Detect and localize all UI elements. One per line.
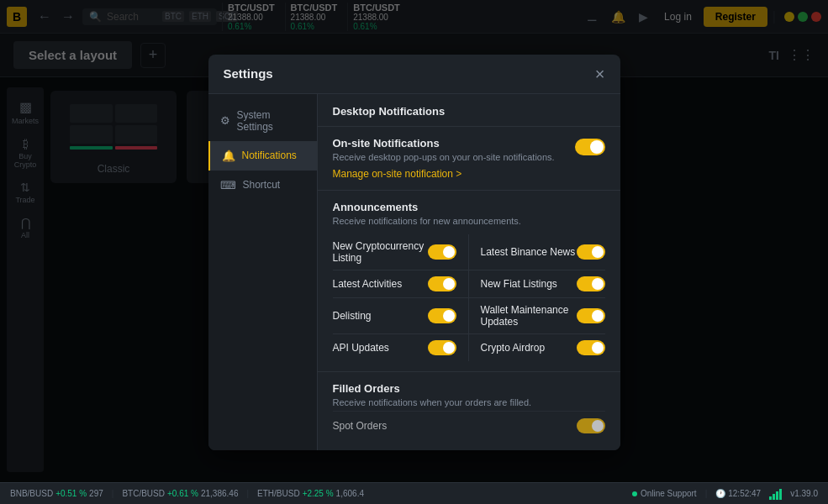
- ann-item-new-fiat: New Fiat Listings: [469, 270, 605, 298]
- ann-toggle-api-updates[interactable]: [428, 340, 456, 355]
- filled-orders-section: Filled Orders Receive notifications when…: [318, 372, 620, 450]
- ann-label-latest-activities: Latest Activities: [333, 278, 403, 290]
- eth-busd-change: +2.25 %: [303, 489, 334, 498]
- announcements-section: Announcements Receive notifications for …: [318, 191, 620, 372]
- clock-time: 12:52:47: [728, 489, 761, 498]
- modal-sidebar-item-notifications[interactable]: 🔔 Notifications: [208, 141, 317, 171]
- modal-header: Settings ×: [208, 55, 620, 94]
- online-label: Online Support: [641, 489, 697, 498]
- ann-toggle-binance-news[interactable]: [577, 244, 605, 260]
- status-eth-busd: ETH/BUSD +2.25 % 1,606.4: [257, 489, 364, 498]
- shortcut-icon: ⌨: [220, 179, 236, 192]
- status-bnb-busd: BNB/BUSD +0.51 % 297: [10, 489, 103, 498]
- modal-sidebar-item-system[interactable]: ⚙ System Settings: [208, 101, 317, 141]
- on-site-toggle[interactable]: [575, 139, 605, 155]
- announcements-title: Announcements: [333, 201, 605, 213]
- eth-busd-pair: ETH/BUSD: [257, 489, 300, 498]
- ann-item-new-crypto: New Cryptocurrency Listing: [333, 234, 469, 270]
- modal-title: Settings: [224, 66, 273, 81]
- settings-modal: Settings × ⚙ System Settings 🔔 Notificat…: [208, 55, 620, 450]
- bnb-busd-change: +0.51 %: [55, 489, 87, 498]
- ann-toggle-delisting[interactable]: [428, 308, 456, 323]
- notifications-label: Notifications: [242, 150, 297, 161]
- ann-label-delisting: Delisting: [333, 310, 372, 322]
- on-site-title: On-site Notifications: [333, 137, 555, 150]
- btc-busd-change: +0.61 %: [167, 489, 198, 498]
- ann-item-crypto-airdrop: Crypto Airdrop: [469, 334, 605, 361]
- announcements-grid: New Cryptocurrency Listing Latest Binanc…: [333, 234, 605, 361]
- ann-toggle-new-fiat[interactable]: [577, 276, 605, 291]
- status-btc-busd: BTC/BUSD +0.61 % 21,386.46: [122, 489, 238, 498]
- ann-label-crypto-airdrop: Crypto Airdrop: [481, 342, 546, 354]
- modal-sidebar: ⚙ System Settings 🔔 Notifications ⌨ Shor…: [208, 94, 318, 450]
- version: v1.39.0: [790, 489, 818, 498]
- ann-label-new-crypto: New Cryptocurrency Listing: [333, 240, 428, 264]
- ann-item-wallet-maintenance: Wallet Maintenance Updates: [469, 298, 605, 334]
- shortcut-label: Shortcut: [243, 179, 281, 191]
- ann-label-binance-news: Latest Binance News: [481, 246, 576, 258]
- ann-label-api-updates: API Updates: [333, 342, 389, 354]
- system-settings-icon: ⚙: [220, 114, 230, 127]
- btc-busd-price: 21,386.46: [201, 489, 239, 498]
- modal-close-button[interactable]: ×: [595, 66, 605, 82]
- ann-toggle-wallet-maintenance[interactable]: [577, 308, 605, 323]
- filled-orders-title: Filled Orders: [333, 382, 605, 395]
- bnb-busd-pair: BNB/BUSD: [10, 489, 53, 498]
- ann-item-latest-activities: Latest Activities: [333, 270, 469, 298]
- online-dot: [632, 491, 637, 496]
- online-support[interactable]: Online Support: [632, 489, 697, 498]
- sep2: |: [246, 489, 249, 498]
- clock: 🕐 12:52:47: [715, 489, 761, 498]
- notifications-icon: 🔔: [222, 150, 235, 162]
- sep1: |: [112, 489, 114, 498]
- on-site-desc: Receive desktop pop-ups on your on-site …: [333, 152, 555, 162]
- ann-label-wallet-maintenance: Wallet Maintenance Updates: [481, 304, 577, 328]
- signal-bars: [769, 488, 782, 500]
- status-bar: BNB/BUSD +0.51 % 297 | BTC/BUSD +0.61 % …: [0, 482, 828, 504]
- bnb-busd-price: 297: [89, 489, 103, 498]
- ann-toggle-latest-activities[interactable]: [428, 276, 456, 291]
- btc-busd-pair: BTC/BUSD: [122, 489, 165, 498]
- system-settings-label: System Settings: [237, 109, 305, 133]
- ann-toggle-new-crypto[interactable]: [428, 244, 456, 260]
- clock-icon: 🕐: [715, 489, 725, 498]
- filled-orders-desc: Receive notifications when your orders a…: [333, 397, 605, 407]
- on-site-section: On-site Notifications Receive desktop po…: [318, 127, 620, 191]
- sep3: |: [705, 489, 708, 498]
- modal-overlay: Settings × ⚙ System Settings 🔔 Notificat…: [0, 0, 828, 504]
- ann-toggle-crypto-airdrop[interactable]: [577, 340, 605, 355]
- modal-sidebar-item-shortcut[interactable]: ⌨ Shortcut: [208, 171, 317, 200]
- ann-label-new-fiat: New Fiat Listings: [481, 278, 557, 290]
- modal-body: ⚙ System Settings 🔔 Notifications ⌨ Shor…: [208, 94, 620, 450]
- desktop-notif-header: Desktop Notifications: [318, 94, 620, 127]
- ann-item-api-updates: API Updates: [333, 334, 469, 361]
- ann-item-delisting: Delisting: [333, 298, 469, 334]
- on-site-manage-link[interactable]: Manage on-site notification >: [333, 168, 462, 180]
- modal-content: Desktop Notifications On-site Notificati…: [318, 94, 620, 450]
- ann-item-binance-news: Latest Binance News: [469, 234, 605, 270]
- eth-busd-price: 1,606.4: [336, 489, 364, 498]
- announcements-desc: Receive notifications for new announceme…: [333, 216, 605, 226]
